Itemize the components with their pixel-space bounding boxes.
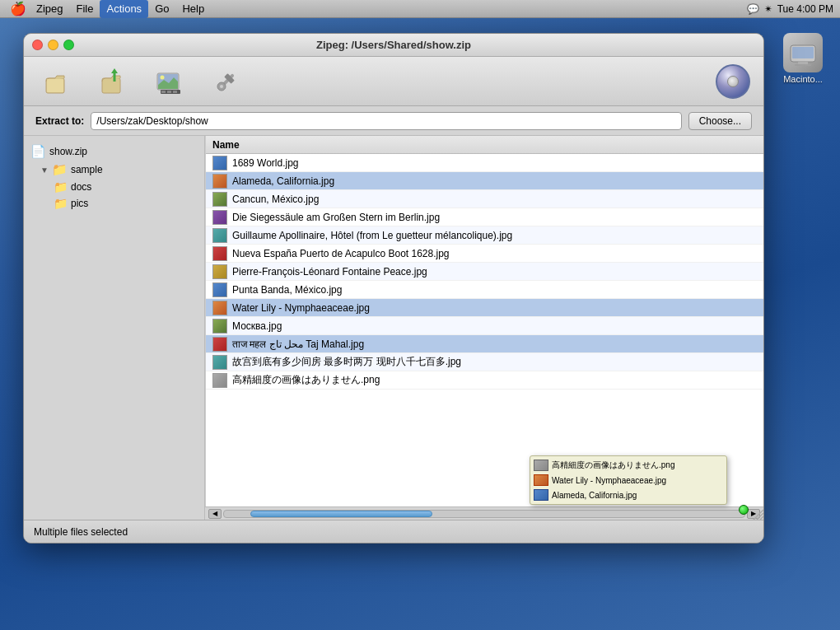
- file-thumbnail: [212, 228, 227, 243]
- file-rows-container: 1689 World.jpgAlameda, California.jpgCan…: [206, 154, 763, 390]
- slideshow-icon: [156, 67, 185, 96]
- sidebar-item-docs[interactable]: 📁 docs: [24, 179, 204, 195]
- file-row[interactable]: Nueva España Puerto de Acapulco Boot 162…: [206, 245, 763, 263]
- sidebar-label-showzip: show.zip: [49, 146, 87, 157]
- name-column-header: Name: [212, 139, 240, 151]
- file-row[interactable]: Punta Banda, México.jpg: [206, 281, 763, 299]
- sidebar-label-docs: docs: [71, 181, 91, 193]
- svg-rect-15: [173, 91, 177, 93]
- chat-icon: 💬: [747, 3, 759, 15]
- menubar-go[interactable]: Go: [148, 0, 175, 18]
- apple-menu[interactable]: 🍎: [7, 1, 30, 16]
- status-text: Multiple files selected: [34, 526, 128, 538]
- statusbar: Multiple files selected: [24, 520, 763, 543]
- bluetooth-icon: ✴: [764, 3, 772, 15]
- menubar-help[interactable]: Help: [175, 0, 211, 18]
- folder-icon-sample: 📁: [52, 162, 68, 177]
- file-name: Die Siegessäule am Großen Stern im Berli…: [232, 212, 440, 223]
- svg-rect-1: [792, 47, 814, 58]
- folder-icon-pics: 📁: [54, 197, 68, 210]
- tooltip-popup: 高精細度の画像はありません.png Water Lily - Nymphaeac…: [530, 455, 727, 505]
- minimize-button[interactable]: [48, 40, 58, 50]
- svg-point-19: [220, 85, 223, 88]
- file-thumbnail: [212, 174, 227, 189]
- file-name: 1689 World.jpg: [232, 157, 299, 169]
- tooltip-thumb-2: [534, 474, 548, 486]
- file-thumbnail: [212, 301, 227, 315]
- sidebar-label-sample: sample: [71, 164, 103, 175]
- compress-icon: [100, 67, 129, 96]
- menubar-zipeg[interactable]: Zipeg: [30, 0, 70, 18]
- tooltip-row-3: Alameda, California.jpg: [532, 488, 725, 502]
- file-row[interactable]: Pierre-François-Léonard Fontaine Peace.j…: [206, 263, 763, 281]
- resize-handle[interactable]: [750, 506, 763, 520]
- close-button[interactable]: [32, 40, 43, 50]
- tooltip-text-2: Water Lily - Nymphaeaceae.jpg: [552, 476, 666, 485]
- extract-path-input[interactable]: [91, 112, 681, 130]
- svg-rect-13: [161, 91, 166, 93]
- file-thumbnail: [212, 355, 227, 370]
- svg-rect-8: [114, 73, 116, 82]
- file-name: Guillaume Apollinaire, Hôtel (from Le gu…: [232, 230, 512, 241]
- svg-rect-3: [795, 64, 811, 66]
- file-list-header: Name: [206, 136, 763, 154]
- file-row[interactable]: Москва.jpg: [206, 317, 763, 335]
- menubar: 🍎 Zipeg File Actions Go Help 💬 ✴ Tue 4:0…: [0, 0, 840, 18]
- apple-icon: 🍎: [10, 1, 26, 16]
- sidebar: 📄 show.zip ▼ 📁 sample 📁 docs 📁 pics: [24, 136, 205, 520]
- scroll-left-btn[interactable]: ◀: [208, 509, 222, 519]
- menubar-file[interactable]: File: [70, 0, 100, 18]
- scroll-thumb-horizontal: [250, 511, 432, 517]
- file-name: Punta Banda, México.jpg: [232, 284, 342, 296]
- file-row[interactable]: Die Siegessäule am Großen Stern im Berli…: [206, 208, 763, 226]
- sidebar-item-showzip[interactable]: 📄 show.zip: [24, 142, 204, 161]
- svg-point-11: [161, 75, 165, 79]
- file-name: Pierre-François-Léonard Fontaine Peace.j…: [232, 266, 427, 278]
- sidebar-item-sample[interactable]: ▼ 📁 sample: [24, 161, 204, 179]
- file-name: Cancun, México.jpg: [232, 194, 319, 205]
- file-name: Water Lily - Nymphaeaceae.jpg: [232, 302, 370, 314]
- choose-button[interactable]: Choose...: [688, 112, 752, 130]
- file-row[interactable]: Guillaume Apollinaire, Hôtel (from Le gu…: [206, 226, 763, 245]
- svg-marker-7: [111, 68, 118, 73]
- toolbar-compress-btn[interactable]: [93, 67, 136, 96]
- sidebar-item-pics[interactable]: 📁 pics: [24, 195, 204, 212]
- file-thumbnail: [212, 319, 227, 334]
- file-row[interactable]: ताज महल محل تاج Taj Mahal.jpg: [206, 335, 763, 353]
- file-row[interactable]: 故宫到底有多少间房 最多时两万 现时八千七百多.jpg: [206, 353, 763, 371]
- file-thumbnail: [212, 210, 227, 225]
- main-window: Zipeg: /Users/Shared/show.zip: [23, 33, 764, 544]
- menubar-right: 💬 ✴ Tue 4:00 PM: [747, 3, 833, 15]
- toolbar-settings-btn[interactable]: [205, 67, 248, 96]
- wrench-icon: [212, 67, 241, 96]
- file-row[interactable]: 高精細度の画像はありません.png: [206, 371, 763, 390]
- toolbar-extract-btn[interactable]: [37, 67, 80, 96]
- menubar-actions[interactable]: Actions: [100, 0, 148, 18]
- file-thumbnail: [212, 246, 227, 261]
- file-row[interactable]: Water Lily - Nymphaeaceae.jpg: [206, 299, 763, 317]
- traffic-lights: [32, 40, 74, 50]
- folder-icon-docs: 📁: [54, 180, 68, 194]
- file-thumbnail: [212, 282, 227, 297]
- menubar-time: Tue 4:00 PM: [777, 3, 833, 15]
- toolbar-slideshow-btn[interactable]: [149, 67, 192, 96]
- file-row[interactable]: Cancun, México.jpg: [206, 190, 763, 208]
- file-row[interactable]: Alameda, California.jpg: [206, 172, 763, 190]
- file-name: Alameda, California.jpg: [232, 175, 334, 187]
- extract-label: Extract to:: [35, 115, 84, 127]
- file-name: 故宫到底有多少间房 最多时两万 现时八千七百多.jpg: [232, 355, 461, 369]
- sidebar-label-pics: pics: [71, 198, 88, 209]
- titlebar: Zipeg: /Users/Shared/show.zip: [24, 34, 763, 57]
- svg-line-21: [757, 513, 763, 520]
- toolbar-search-btn[interactable]: [716, 64, 750, 99]
- file-row[interactable]: 1689 World.jpg: [206, 154, 763, 172]
- zoom-button[interactable]: [63, 40, 74, 50]
- file-thumbnail: [212, 337, 227, 352]
- scrollbar-area: ◀ ▶: [205, 506, 763, 520]
- macintosh-icon-img: [783, 33, 823, 72]
- svg-rect-5: [47, 79, 63, 92]
- scroll-track-horizontal[interactable]: [223, 510, 745, 518]
- file-name: 高精細度の画像はありません.png: [232, 373, 380, 387]
- svg-rect-14: [167, 91, 171, 93]
- desktop-icon-macintosh[interactable]: Macinto...: [774, 33, 832, 84]
